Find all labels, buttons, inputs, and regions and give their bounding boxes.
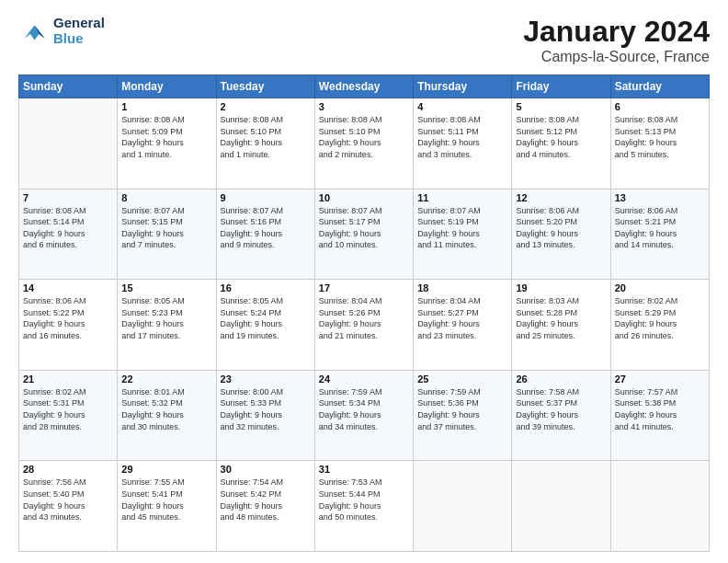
day-number: 20 bbox=[615, 282, 705, 293]
calendar-cell: 8Sunrise: 8:07 AM Sunset: 5:15 PM Daylig… bbox=[118, 189, 216, 280]
calendar-cell bbox=[19, 98, 118, 190]
calendar-cell: 27Sunrise: 7:57 AM Sunset: 5:38 PM Dayli… bbox=[610, 370, 709, 461]
day-info: Sunrise: 8:08 AM Sunset: 5:12 PM Dayligh… bbox=[516, 114, 606, 160]
calendar-cell: 4Sunrise: 8:08 AM Sunset: 5:11 PM Daylig… bbox=[414, 98, 512, 190]
day-info: Sunrise: 8:08 AM Sunset: 5:11 PM Dayligh… bbox=[417, 114, 507, 160]
day-number: 6 bbox=[615, 101, 705, 112]
day-info: Sunrise: 8:07 AM Sunset: 5:16 PM Dayligh… bbox=[221, 205, 311, 251]
day-number: 28 bbox=[23, 464, 113, 475]
day-number: 21 bbox=[23, 373, 113, 385]
col-header-tuesday: Tuesday bbox=[216, 75, 314, 98]
calendar-cell: 10Sunrise: 8:07 AM Sunset: 5:17 PM Dayli… bbox=[314, 189, 413, 280]
day-number: 9 bbox=[221, 192, 311, 203]
col-header-monday: Monday bbox=[118, 75, 216, 98]
day-info: Sunrise: 8:06 AM Sunset: 5:20 PM Dayligh… bbox=[516, 205, 606, 251]
main-title: January 2024 bbox=[523, 15, 710, 49]
day-number: 24 bbox=[319, 373, 409, 385]
col-header-saturday: Saturday bbox=[610, 75, 709, 98]
day-info: Sunrise: 8:07 AM Sunset: 5:17 PM Dayligh… bbox=[319, 205, 409, 251]
calendar-cell bbox=[610, 461, 709, 552]
day-number: 16 bbox=[221, 282, 311, 293]
day-info: Sunrise: 8:06 AM Sunset: 5:22 PM Dayligh… bbox=[23, 295, 113, 341]
calendar-cell: 1Sunrise: 8:08 AM Sunset: 5:09 PM Daylig… bbox=[118, 98, 216, 190]
header: General Blue January 2024 Camps-la-Sourc… bbox=[18, 15, 710, 65]
day-info: Sunrise: 8:00 AM Sunset: 5:33 PM Dayligh… bbox=[221, 386, 311, 432]
day-info: Sunrise: 7:59 AM Sunset: 5:36 PM Dayligh… bbox=[417, 386, 507, 432]
day-number: 17 bbox=[319, 282, 409, 293]
day-number: 10 bbox=[319, 192, 409, 203]
calendar-cell: 24Sunrise: 7:59 AM Sunset: 5:34 PM Dayli… bbox=[314, 370, 413, 461]
day-info: Sunrise: 8:07 AM Sunset: 5:19 PM Dayligh… bbox=[417, 205, 507, 251]
calendar-cell: 19Sunrise: 8:03 AM Sunset: 5:28 PM Dayli… bbox=[512, 280, 610, 371]
day-info: Sunrise: 7:54 AM Sunset: 5:42 PM Dayligh… bbox=[221, 477, 311, 523]
subtitle: Camps-la-Source, France bbox=[523, 49, 710, 65]
calendar-header-row: SundayMondayTuesdayWednesdayThursdayFrid… bbox=[19, 75, 710, 98]
day-info: Sunrise: 7:55 AM Sunset: 5:41 PM Dayligh… bbox=[121, 477, 211, 523]
calendar-cell: 15Sunrise: 8:05 AM Sunset: 5:23 PM Dayli… bbox=[118, 280, 216, 371]
logo-icon bbox=[18, 17, 48, 43]
day-number: 2 bbox=[221, 101, 311, 112]
day-number: 19 bbox=[516, 282, 606, 293]
col-header-friday: Friday bbox=[512, 75, 610, 98]
calendar-cell: 29Sunrise: 7:55 AM Sunset: 5:41 PM Dayli… bbox=[118, 461, 216, 552]
day-number: 31 bbox=[319, 464, 409, 475]
day-info: Sunrise: 7:57 AM Sunset: 5:38 PM Dayligh… bbox=[615, 386, 705, 432]
col-header-sunday: Sunday bbox=[19, 75, 118, 98]
calendar-cell: 9Sunrise: 8:07 AM Sunset: 5:16 PM Daylig… bbox=[216, 189, 314, 280]
day-info: Sunrise: 8:08 AM Sunset: 5:13 PM Dayligh… bbox=[615, 114, 705, 160]
calendar-cell: 5Sunrise: 8:08 AM Sunset: 5:12 PM Daylig… bbox=[512, 98, 610, 190]
day-number: 12 bbox=[516, 192, 606, 203]
day-number: 5 bbox=[516, 101, 606, 112]
calendar-cell bbox=[512, 461, 610, 552]
calendar-cell: 16Sunrise: 8:05 AM Sunset: 5:24 PM Dayli… bbox=[216, 280, 314, 371]
calendar-week-row: 7Sunrise: 8:08 AM Sunset: 5:14 PM Daylig… bbox=[19, 189, 710, 280]
day-info: Sunrise: 7:53 AM Sunset: 5:44 PM Dayligh… bbox=[319, 477, 409, 523]
day-number: 1 bbox=[121, 101, 211, 112]
day-number: 23 bbox=[221, 373, 311, 385]
calendar-week-row: 28Sunrise: 7:56 AM Sunset: 5:40 PM Dayli… bbox=[19, 461, 710, 552]
calendar-cell: 18Sunrise: 8:04 AM Sunset: 5:27 PM Dayli… bbox=[414, 280, 512, 371]
calendar-cell: 3Sunrise: 8:08 AM Sunset: 5:10 PM Daylig… bbox=[314, 98, 413, 190]
day-info: Sunrise: 7:56 AM Sunset: 5:40 PM Dayligh… bbox=[23, 477, 113, 523]
calendar-cell: 7Sunrise: 8:08 AM Sunset: 5:14 PM Daylig… bbox=[19, 189, 118, 280]
calendar-week-row: 21Sunrise: 8:02 AM Sunset: 5:31 PM Dayli… bbox=[19, 370, 710, 461]
calendar-cell: 30Sunrise: 7:54 AM Sunset: 5:42 PM Dayli… bbox=[216, 461, 314, 552]
day-number: 7 bbox=[23, 192, 113, 203]
day-info: Sunrise: 8:08 AM Sunset: 5:14 PM Dayligh… bbox=[23, 205, 113, 251]
day-number: 30 bbox=[221, 464, 311, 475]
day-number: 29 bbox=[121, 464, 211, 475]
logo-text: General Blue bbox=[53, 15, 105, 46]
day-number: 22 bbox=[121, 373, 211, 385]
day-info: Sunrise: 8:05 AM Sunset: 5:23 PM Dayligh… bbox=[121, 295, 211, 341]
calendar-cell: 31Sunrise: 7:53 AM Sunset: 5:44 PM Dayli… bbox=[314, 461, 413, 552]
day-info: Sunrise: 8:07 AM Sunset: 5:15 PM Dayligh… bbox=[121, 205, 211, 251]
calendar-cell: 26Sunrise: 7:58 AM Sunset: 5:37 PM Dayli… bbox=[512, 370, 610, 461]
calendar-cell: 11Sunrise: 8:07 AM Sunset: 5:19 PM Dayli… bbox=[414, 189, 512, 280]
calendar-week-row: 14Sunrise: 8:06 AM Sunset: 5:22 PM Dayli… bbox=[19, 280, 710, 371]
day-info: Sunrise: 8:08 AM Sunset: 5:10 PM Dayligh… bbox=[221, 114, 311, 160]
col-header-thursday: Thursday bbox=[414, 75, 512, 98]
day-info: Sunrise: 8:04 AM Sunset: 5:27 PM Dayligh… bbox=[417, 295, 507, 341]
day-number: 11 bbox=[417, 192, 507, 203]
calendar-cell bbox=[414, 461, 512, 552]
day-number: 3 bbox=[319, 101, 409, 112]
svg-marker-0 bbox=[24, 25, 44, 40]
day-info: Sunrise: 8:08 AM Sunset: 5:09 PM Dayligh… bbox=[121, 114, 211, 160]
day-info: Sunrise: 8:01 AM Sunset: 5:32 PM Dayligh… bbox=[121, 386, 211, 432]
calendar-cell: 23Sunrise: 8:00 AM Sunset: 5:33 PM Dayli… bbox=[216, 370, 314, 461]
calendar-cell: 13Sunrise: 8:06 AM Sunset: 5:21 PM Dayli… bbox=[610, 189, 709, 280]
day-info: Sunrise: 8:03 AM Sunset: 5:28 PM Dayligh… bbox=[516, 295, 606, 341]
day-info: Sunrise: 7:59 AM Sunset: 5:34 PM Dayligh… bbox=[319, 386, 409, 432]
calendar-cell: 2Sunrise: 8:08 AM Sunset: 5:10 PM Daylig… bbox=[216, 98, 314, 190]
day-info: Sunrise: 8:06 AM Sunset: 5:21 PM Dayligh… bbox=[615, 205, 705, 251]
day-number: 8 bbox=[121, 192, 211, 203]
calendar-cell: 22Sunrise: 8:01 AM Sunset: 5:32 PM Dayli… bbox=[118, 370, 216, 461]
calendar-cell: 20Sunrise: 8:02 AM Sunset: 5:29 PM Dayli… bbox=[610, 280, 709, 371]
calendar-cell: 21Sunrise: 8:02 AM Sunset: 5:31 PM Dayli… bbox=[19, 370, 118, 461]
calendar-table: SundayMondayTuesdayWednesdayThursdayFrid… bbox=[18, 75, 710, 552]
day-number: 15 bbox=[121, 282, 211, 293]
day-number: 25 bbox=[417, 373, 507, 385]
day-info: Sunrise: 8:02 AM Sunset: 5:29 PM Dayligh… bbox=[615, 295, 705, 341]
day-info: Sunrise: 8:04 AM Sunset: 5:26 PM Dayligh… bbox=[319, 295, 409, 341]
day-number: 4 bbox=[417, 101, 507, 112]
